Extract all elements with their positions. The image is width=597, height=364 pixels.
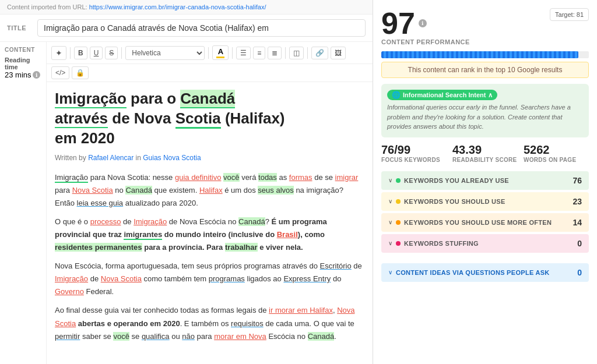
keyword-row-1[interactable]: ∨ KEYWORDS YOU SHOULD USE 23 — [381, 192, 589, 211]
list-ul-button[interactable]: ☰ — [236, 47, 251, 59]
left-panel: Content imported from URL: https://www.i… — [0, 0, 373, 364]
title-input[interactable] — [37, 19, 366, 37]
code-button[interactable]: </> — [51, 66, 69, 79]
progress-bar-container — [381, 51, 589, 58]
time-label: time — [5, 63, 18, 70]
article-byline: Written by Rafael Alencar in Guias Nova … — [55, 153, 364, 164]
content-ideas-row[interactable]: ∨ CONTENT IDEAS VIA QUESTIONS PEOPLE ASK… — [381, 263, 589, 282]
ci-chevron: ∨ — [388, 269, 392, 275]
score-number: 97 — [381, 8, 415, 38]
p3-imigr: Imigração — [55, 274, 88, 283]
keyword-row-3[interactable]: ∨ KEYWORDS STUFFING 0 — [381, 234, 589, 253]
p3-programas: programas — [209, 274, 245, 283]
kw-chevron-0: ∨ — [388, 177, 392, 183]
p4-ir: ir morar em Halifax — [269, 306, 333, 314]
metric-rs-label: READABILITY SCORE — [452, 157, 518, 163]
intent-header: 🌐 Informational Search Intent ∧ — [387, 90, 583, 100]
p1-formas: formas — [289, 173, 312, 182]
p2-canada: Canadá — [238, 217, 265, 226]
metric-wp-value: 5262 — [524, 143, 589, 157]
separator5 — [285, 47, 286, 59]
table-button[interactable]: ◫ — [289, 47, 304, 59]
kw-count-1: 23 — [573, 197, 582, 206]
url-prefix: Content imported from URL: — [7, 3, 87, 10]
bold-button[interactable]: B — [74, 47, 87, 59]
byline-pre: Written by — [55, 154, 88, 162]
rank-message: This content can rank in the top 10 Goog… — [381, 62, 589, 78]
underline-button[interactable]: U — [90, 47, 103, 59]
kw-dot-0 — [396, 178, 401, 183]
kw-chevron-1: ∨ — [388, 198, 392, 204]
ci-left: ∨ CONTENT IDEAS VIA QUESTIONS PEOPLE ASK — [388, 269, 550, 276]
lock-button[interactable]: 🔒 — [72, 66, 89, 79]
toolbar-row2: </> 🔒 — [47, 64, 373, 82]
kw-dot-1 — [396, 199, 401, 204]
kw-label-1: KEYWORDS YOU SHOULD USE — [404, 198, 505, 205]
color-button[interactable]: A — [212, 45, 229, 60]
kw-left-3: ∨ KEYWORDS STUFFING — [388, 240, 479, 247]
info-icon[interactable]: ℹ — [33, 71, 40, 79]
kw-left-1: ∨ KEYWORDS YOU SHOULD USE — [388, 198, 505, 205]
score-row: 97 ℹ — [381, 8, 470, 38]
kw-left-2: ∨ KEYWORDS YOU SHOULD USE MORE OFTEN — [388, 219, 552, 226]
right-panel: 97 ℹ CONTENT PERFORMANCE Target: 81 This… — [373, 0, 597, 364]
p1-guia: guia definitivo — [175, 173, 222, 182]
metric-fk-value: 76/99 — [381, 143, 447, 157]
url-link[interactable]: https://www.imigrar.com.br/imigrar-canad… — [89, 3, 266, 10]
metric-readability: 43.39 READABILITY SCORE — [452, 143, 518, 163]
p2-brasil: Brasil — [277, 230, 298, 239]
kw-dot-3 — [396, 241, 401, 246]
score-left: 97 ℹ CONTENT PERFORMANCE — [381, 8, 470, 49]
url-bar: Content imported from URL: https://www.i… — [0, 0, 373, 15]
content-label: CONTENT — [5, 47, 35, 53]
p1-imigrar: imigrar — [335, 173, 359, 182]
font-select[interactable]: Helvetica Arial Times New Roman — [125, 46, 205, 60]
paragraph-1: Imigração para Nova Scotia: nesse guia d… — [55, 171, 364, 210]
color-bar — [216, 56, 224, 58]
align-button[interactable]: ≣ — [268, 47, 282, 59]
author-link[interactable]: Rafael Alencar — [88, 154, 134, 162]
editor-area: ✦ B U S Helvetica Arial Times New Roman … — [47, 42, 373, 364]
reading-time: 23 mins — [5, 70, 31, 79]
keyword-row-2[interactable]: ∨ KEYWORDS YOU SHOULD USE MORE OFTEN 14 — [381, 213, 589, 232]
title-label: TITLE — [7, 24, 30, 31]
list-ol-button[interactable]: ≡ — [253, 47, 265, 59]
metric-focus-keywords: 76/99 FOCUS KEYWORDS — [381, 143, 447, 163]
metric-words: 5262 WORDS ON PAGE — [524, 143, 589, 163]
title-highlight-canada: Canadá — [180, 90, 235, 108]
kw-chevron-3: ∨ — [388, 240, 392, 246]
separator4 — [232, 47, 233, 59]
keyword-row-0[interactable]: ∨ KEYWORDS YOU ALREADY USE 76 — [381, 171, 589, 190]
p1-você: você — [223, 173, 239, 182]
image-button[interactable]: 🖼 — [331, 47, 346, 59]
p1-halifax: Halifax — [199, 186, 223, 195]
separator2 — [121, 47, 122, 59]
score-info-icon[interactable]: ℹ — [419, 19, 427, 27]
score-header: 97 ℹ CONTENT PERFORMANCE Target: 81 — [381, 8, 589, 49]
reading-info: 23 mins ℹ — [5, 70, 40, 79]
p4-você: você — [113, 332, 129, 341]
p1-todas: todas — [258, 173, 277, 182]
paragraph-4: Ao final desse guia vai ter conhecido to… — [55, 304, 364, 342]
intent-badge[interactable]: 🌐 Informational Search Intent ∧ — [387, 90, 497, 100]
p1-canada: Canadá — [125, 186, 152, 195]
kw-label-3: KEYWORDS STUFFING — [404, 240, 479, 247]
p3-governo: Governo — [55, 287, 84, 296]
p4-permitir: permitir — [55, 332, 80, 341]
metrics-row: 76/99 FOCUS KEYWORDS 43.39 READABILITY S… — [381, 143, 589, 163]
strikethrough-button[interactable]: S — [105, 47, 118, 59]
title-highlight-nova: Scotia — [175, 109, 221, 129]
kw-label-0: KEYWORDS YOU ALREADY USE — [404, 177, 509, 184]
kw-count-2: 14 — [573, 218, 582, 227]
link-button[interactable]: 🔗 — [311, 47, 328, 59]
p4-morar: morar em Nova — [214, 332, 266, 341]
category-link[interactable]: Guias Nova Scotia — [143, 154, 201, 162]
ci-label: CONTENT IDEAS VIA QUESTIONS PEOPLE ASK — [396, 269, 550, 276]
metric-fk-label: FOCUS KEYWORDS — [381, 157, 447, 163]
target-badge: Target: 81 — [550, 8, 589, 21]
article-title: Imigração para o Canadá através de Nova … — [55, 89, 364, 148]
p2-processo: processo — [90, 217, 121, 226]
separator1 — [70, 47, 71, 59]
content-editor[interactable]: Imigração para o Canadá através de Nova … — [47, 82, 373, 364]
magic-button[interactable]: ✦ — [51, 46, 66, 60]
